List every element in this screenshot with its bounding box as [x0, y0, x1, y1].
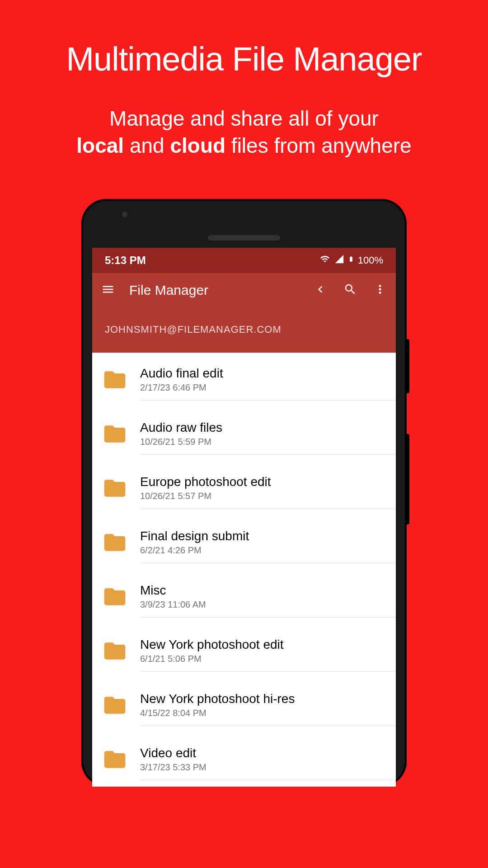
file-row[interactable]: Europe photoshoot edit10/26/21 5:57 PM: [92, 461, 396, 515]
phone-screen: 5:13 PM 100%: [92, 248, 396, 787]
promo-subtitle-line1: Manage and share all of your: [109, 107, 379, 130]
file-date: 10/26/21 5:57 PM: [140, 491, 387, 501]
file-name: Video edit: [140, 746, 387, 760]
file-text: Audio final edit2/17/23 6:46 PM: [140, 359, 396, 401]
breadcrumb[interactable]: JOHNSMITH@FILEMANAGER.COM: [92, 307, 396, 353]
wifi-icon: [319, 254, 331, 267]
file-list: Audio final edit2/17/23 6:46 PMAudio raw…: [92, 353, 396, 787]
file-name: Audio raw files: [140, 420, 387, 435]
folder-icon: [102, 693, 127, 718]
file-row[interactable]: Audio raw files10/26/21 5:59 PM: [92, 407, 396, 461]
file-row[interactable]: New York photoshoot hi-res4/15/22 8:04 P…: [92, 678, 396, 732]
file-name: Audio final edit: [140, 366, 387, 381]
file-text: Video edit3/17/23 5:33 PM: [140, 739, 396, 780]
status-time: 5:13 PM: [105, 254, 146, 267]
phone-speaker: [208, 235, 280, 241]
menu-button[interactable]: [101, 283, 115, 298]
promo-subtitle-bold1: local: [76, 134, 124, 157]
file-text: Audio raw files10/26/21 5:59 PM: [140, 413, 396, 455]
chevron-left-icon: [314, 283, 327, 298]
file-date: 4/15/22 8:04 PM: [140, 708, 387, 718]
promo-subtitle-line2: files from anywhere: [225, 134, 412, 157]
back-button[interactable]: [314, 283, 327, 298]
folder-icon: [102, 476, 127, 501]
phone-frame: 5:13 PM 100%: [81, 199, 407, 787]
app-bar: File Manager: [92, 273, 396, 307]
folder-icon: [102, 530, 127, 555]
phone-camera-dot: [122, 212, 127, 217]
folder-icon: [102, 421, 127, 447]
more-vert-icon: [373, 283, 387, 298]
breadcrumb-path: JOHNSMITH@FILEMANAGER.COM: [105, 324, 282, 335]
phone-side-button: [407, 339, 409, 393]
file-name: Final design submit: [140, 529, 387, 543]
file-date: 3/17/23 5:33 PM: [140, 762, 387, 773]
overflow-button[interactable]: [373, 283, 387, 298]
battery-icon: [348, 254, 354, 267]
file-row[interactable]: Misc3/9/23 11:06 AM: [92, 570, 396, 624]
file-date: 3/9/23 11:06 AM: [140, 599, 387, 610]
search-button[interactable]: [343, 283, 357, 298]
folder-icon: [102, 584, 127, 609]
search-icon: [343, 283, 357, 298]
file-text: New York photoshoot edit6/1/21 5:06 PM: [140, 630, 396, 672]
status-right: 100%: [319, 254, 383, 267]
cellular-icon: [334, 254, 344, 267]
file-date: 6/2/21 4:26 PM: [140, 545, 387, 556]
file-text: Final design submit6/2/21 4:26 PM: [140, 522, 396, 563]
file-name: Misc: [140, 583, 387, 598]
battery-percent: 100%: [358, 255, 383, 266]
file-row[interactable]: Final design submit6/2/21 4:26 PM: [92, 515, 396, 570]
file-text: Europe photoshoot edit10/26/21 5:57 PM: [140, 467, 396, 509]
file-name: Europe photoshoot edit: [140, 475, 387, 489]
file-row[interactable]: Video edit3/17/23 5:33 PM: [92, 732, 396, 787]
status-bar: 5:13 PM 100%: [92, 248, 396, 273]
folder-icon: [102, 747, 127, 772]
promo-subtitle: Manage and share all of your local and c…: [0, 78, 488, 160]
promo-subtitle-mid: and: [124, 134, 170, 157]
file-row[interactable]: Audio final edit2/17/23 6:46 PM: [92, 353, 396, 407]
promo-subtitle-bold2: cloud: [170, 134, 225, 157]
folder-icon: [102, 638, 127, 664]
file-date: 10/26/21 5:59 PM: [140, 437, 387, 447]
file-name: New York photoshoot edit: [140, 637, 387, 652]
phone-mockup: 5:13 PM 100%: [81, 199, 407, 787]
file-date: 2/17/23 6:46 PM: [140, 382, 387, 393]
app-title: File Manager: [129, 283, 299, 298]
file-text: New York photoshoot hi-res4/15/22 8:04 P…: [140, 684, 396, 726]
hamburger-icon: [101, 283, 115, 298]
promo-title: Multimedia File Manager: [0, 0, 488, 78]
file-text: Misc3/9/23 11:06 AM: [140, 576, 396, 618]
file-name: New York photoshoot hi-res: [140, 692, 387, 706]
folder-icon: [102, 367, 127, 392]
phone-side-button: [407, 434, 409, 524]
file-row[interactable]: New York photoshoot edit6/1/21 5:06 PM: [92, 624, 396, 678]
file-date: 6/1/21 5:06 PM: [140, 654, 387, 664]
